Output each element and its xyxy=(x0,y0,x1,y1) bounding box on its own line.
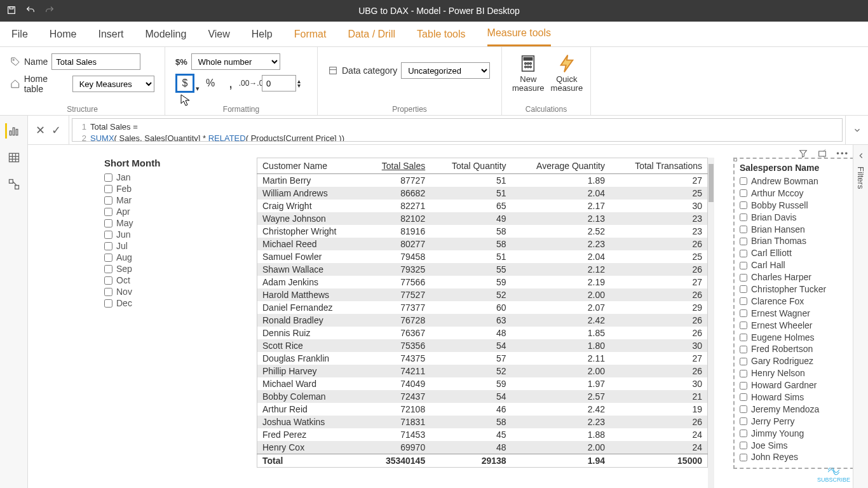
salesperson-option[interactable]: Jeremy Mendoza xyxy=(740,403,857,416)
month-option[interactable]: Nov xyxy=(104,287,231,297)
tab-home[interactable]: Home xyxy=(50,22,77,46)
salesperson-option[interactable]: Brian Davis xyxy=(740,212,857,224)
tab-measure-tools[interactable]: Measure tools xyxy=(487,22,552,46)
tab-modeling[interactable]: Modeling xyxy=(145,22,186,46)
salesperson-option[interactable]: Carl Elliott xyxy=(740,247,857,259)
month-slicer[interactable]: Short Month JanFebMarAprMayJunJulAugSepO… xyxy=(104,158,231,488)
checkbox[interactable] xyxy=(740,454,747,461)
checkbox[interactable] xyxy=(740,442,747,449)
checkbox[interactable] xyxy=(740,358,747,365)
cancel-formula-icon[interactable]: ✕ xyxy=(36,123,45,137)
redo-icon[interactable] xyxy=(44,5,55,17)
currency-format-button[interactable]: $ xyxy=(175,74,194,93)
tab-format[interactable]: Format xyxy=(294,22,327,46)
table-row[interactable]: Bobby Coleman72437542.5721 xyxy=(257,390,708,403)
new-measure-button[interactable]: New measure xyxy=(512,53,545,93)
salesperson-option[interactable]: Fred Robertson xyxy=(740,343,857,355)
column-header[interactable]: Total Transations xyxy=(610,158,707,174)
month-option[interactable]: Jan xyxy=(104,172,231,182)
expand-formula-button[interactable] xyxy=(845,116,868,144)
month-option[interactable]: Apr xyxy=(104,207,231,217)
checkbox[interactable] xyxy=(104,173,112,182)
checkbox[interactable] xyxy=(740,382,747,390)
table-row[interactable]: Craig Wright82271652.1730 xyxy=(257,200,708,212)
checkbox[interactable] xyxy=(740,405,747,413)
month-option[interactable]: Aug xyxy=(104,252,231,262)
month-option[interactable]: Sep xyxy=(104,264,231,274)
tab-data-drill[interactable]: Data / Drill xyxy=(348,22,395,46)
checkbox[interactable] xyxy=(740,226,747,233)
salesperson-option[interactable]: Gary Rodriguez xyxy=(740,355,857,367)
table-row[interactable]: Arthur Reid72108462.4219 xyxy=(257,403,708,416)
checkbox[interactable] xyxy=(104,185,112,193)
salesperson-option[interactable]: Jerry Perry xyxy=(740,416,857,428)
salesperson-option[interactable]: Joe Sims xyxy=(740,440,857,452)
checkbox[interactable] xyxy=(104,288,112,296)
checkbox[interactable] xyxy=(740,250,747,257)
checkbox[interactable] xyxy=(740,238,747,245)
checkbox[interactable] xyxy=(104,299,112,308)
salesperson-option[interactable]: Christopher Tucker xyxy=(740,283,857,295)
salesperson-option[interactable]: Howard Gardner xyxy=(740,379,857,391)
salesperson-option[interactable]: Howard Sims xyxy=(740,391,857,403)
tab-table-tools[interactable]: Table tools xyxy=(417,22,466,46)
checkbox[interactable] xyxy=(740,177,747,185)
report-view-button[interactable] xyxy=(5,123,20,139)
table-row[interactable]: William Andrews86682512.0425 xyxy=(257,187,708,200)
table-row[interactable]: Douglas Franklin74375572.1127 xyxy=(257,352,708,365)
checkbox[interactable] xyxy=(740,214,747,221)
table-scrollbar[interactable] xyxy=(708,158,714,488)
table-row[interactable]: Adam Jenkins77566592.1927 xyxy=(257,276,708,288)
table-row[interactable]: Ronald Bradley76728632.4226 xyxy=(257,314,708,327)
table-row[interactable]: Fred Perez71453451.8824 xyxy=(257,428,708,441)
home-table-select[interactable]: Key Measures xyxy=(72,76,154,92)
checkbox[interactable] xyxy=(104,196,112,205)
checkbox[interactable] xyxy=(740,274,747,281)
month-option[interactable]: Jun xyxy=(104,229,231,240)
salesperson-option[interactable]: Eugene Holmes xyxy=(740,332,857,344)
month-option[interactable]: Oct xyxy=(104,275,231,285)
salesperson-option[interactable]: Brian Thomas xyxy=(740,235,857,247)
decimal-format-button[interactable]: .00→.0 xyxy=(241,74,261,93)
month-option[interactable]: Dec xyxy=(104,298,231,308)
salesperson-slicer[interactable]: Salesperson Name Andrew BowmanArthur Mcc… xyxy=(733,158,860,469)
checkbox[interactable] xyxy=(740,262,747,269)
table-row[interactable]: Shawn Wallace79325552.1226 xyxy=(257,263,708,276)
tab-file[interactable]: File xyxy=(11,22,28,46)
salesperson-option[interactable]: Henry Nelson xyxy=(740,367,857,379)
data-table-visual[interactable]: Customer NameTotal SalesTotal QuantityAv… xyxy=(257,158,708,488)
salesperson-option[interactable]: Ernest Wheeler xyxy=(740,320,857,332)
table-row[interactable]: Dennis Ruiz76367481.8526 xyxy=(257,327,708,339)
comma-format-button[interactable]: , xyxy=(221,74,240,93)
save-icon[interactable] xyxy=(6,5,17,17)
table-row[interactable]: Martin Berry87727511.8927 xyxy=(257,174,708,187)
commit-formula-icon[interactable]: ✓ xyxy=(51,123,61,137)
salesperson-option[interactable]: Bobby Russell xyxy=(740,200,857,212)
salesperson-option[interactable]: John Reyes xyxy=(740,451,857,463)
table-row[interactable]: Michael Reed80277582.2326 xyxy=(257,238,708,250)
tab-help[interactable]: Help xyxy=(252,22,273,46)
column-header[interactable]: Customer Name xyxy=(257,158,363,174)
checkbox[interactable] xyxy=(740,334,747,341)
month-option[interactable]: Jul xyxy=(104,241,231,251)
checkbox[interactable] xyxy=(740,297,747,305)
salesperson-option[interactable]: Brian Hansen xyxy=(740,224,857,236)
salesperson-option[interactable]: Ernest Wagner xyxy=(740,308,857,320)
month-option[interactable]: May xyxy=(104,218,231,228)
checkbox[interactable] xyxy=(104,208,112,216)
checkbox[interactable] xyxy=(740,430,747,437)
column-header[interactable]: Total Sales xyxy=(363,158,430,174)
checkbox[interactable] xyxy=(104,242,112,250)
data-category-select[interactable]: Uncategorized xyxy=(401,62,490,79)
salesperson-option[interactable]: Charles Harper xyxy=(740,271,857,283)
checkbox[interactable] xyxy=(740,201,747,209)
percent-format-button[interactable]: % xyxy=(201,74,220,93)
checkbox[interactable] xyxy=(104,231,112,239)
salesperson-option[interactable]: Andrew Bowman xyxy=(740,175,857,187)
table-row[interactable]: Christopher Wright81916582.5223 xyxy=(257,225,708,238)
salesperson-option[interactable]: Arthur Mccoy xyxy=(740,187,857,200)
checkbox[interactable] xyxy=(740,370,747,377)
tab-view[interactable]: View xyxy=(208,22,229,46)
checkbox[interactable] xyxy=(740,346,747,353)
model-view-button[interactable] xyxy=(6,177,22,192)
